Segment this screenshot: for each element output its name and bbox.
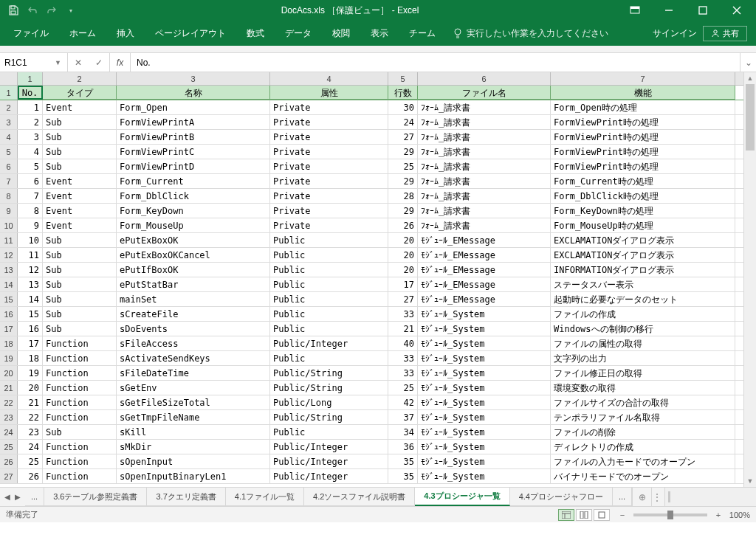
cell[interactable]: sDoEvents [117,322,270,336]
cell[interactable]: Function [43,440,117,454]
row-header[interactable]: 13 [0,263,18,277]
cell[interactable]: ﾌｫｰﾑ_請求書 [418,189,551,203]
cell[interactable]: FormViewPrint時の処理 [551,130,735,144]
cell[interactable]: Function [43,469,117,483]
cell[interactable]: ﾓｼﾞｭｰﾙ_EMessage [418,248,551,262]
cell[interactable]: Private [270,189,388,203]
maximize-button[interactable] [688,2,718,18]
tab-team[interactable]: チーム [399,21,446,46]
cell[interactable]: 9 [18,218,43,232]
cell[interactable]: ePutExBoxOKCancel [117,248,270,262]
new-sheet-button[interactable]: ⊕ [632,488,651,506]
row-header[interactable]: 5 [0,145,18,159]
cell[interactable]: 11 [18,248,43,262]
cell[interactable]: EXCLAMATIONダイアログ表示 [551,233,735,247]
cell[interactable]: ﾓｼﾞｭｰﾙ_System [418,336,551,350]
scroll-thumb[interactable] [746,84,755,151]
redo-button[interactable] [43,2,61,18]
cell[interactable]: 25 [18,454,43,468]
cell[interactable]: 33 [388,351,418,365]
cell[interactable]: ﾓｼﾞｭｰﾙ_System [418,307,551,321]
header-cell[interactable]: 機能 [551,86,735,100]
row-header[interactable]: 16 [0,307,18,321]
cell[interactable]: ﾓｼﾞｭｰﾙ_System [418,366,551,380]
cell[interactable]: Public/String [270,410,388,424]
cell[interactable]: Private [270,100,388,114]
cell[interactable]: 20 [18,381,43,395]
cell[interactable]: sGetFileSizeTotal [117,395,270,409]
enter-formula-icon[interactable]: ✓ [89,58,109,68]
cell[interactable]: 6 [18,174,43,188]
cell[interactable]: ﾌｫｰﾑ_請求書 [418,130,551,144]
cell[interactable]: ﾌｫｰﾑ_請求書 [418,174,551,188]
sheet-tab[interactable]: 3.7クエリ定義書 [147,488,225,506]
cell[interactable]: sOpenInput [117,454,270,468]
cell[interactable]: Public/Integer [270,440,388,454]
tab-insert[interactable]: 挿入 [106,21,145,46]
cell[interactable]: 20 [388,263,418,277]
cell[interactable]: Sub [43,322,117,336]
cell[interactable]: FormViewPrintC [117,145,270,159]
cell[interactable]: 37 [388,410,418,424]
scroll-up-icon[interactable]: ▲ [744,72,756,84]
cell[interactable]: Event [43,189,117,203]
cell[interactable]: ﾓｼﾞｭｰﾙ_System [418,322,551,336]
sheet-tab-overflow-prev[interactable]: ... [25,488,44,506]
sheet-tab[interactable]: 3.6テーブル参照定義書 [44,488,147,506]
cell[interactable]: Form_DblClick時の処理 [551,189,735,203]
row-header[interactable]: 11 [0,233,18,247]
row-header[interactable]: 24 [0,425,18,439]
cell[interactable]: Private [270,204,388,218]
cell[interactable]: 30 [388,100,418,114]
sheet-nav[interactable]: ◀ ▶ [0,488,25,506]
cell[interactable]: 2 [18,115,43,129]
cell[interactable]: Sub [43,292,117,306]
cell[interactable]: Sub [43,115,117,129]
cell[interactable]: Public/String [270,366,388,380]
cell[interactable]: 42 [388,395,418,409]
cell[interactable]: 34 [388,425,418,439]
cell[interactable]: Function [43,454,117,468]
row-header[interactable]: 4 [0,130,18,144]
cell[interactable]: 7 [18,189,43,203]
tabstrip-handle-icon[interactable]: ⋮ [651,488,662,506]
ribbon-display-icon[interactable] [620,2,650,18]
cell[interactable]: Sub [43,277,117,291]
cell[interactable]: Public [270,425,388,439]
cell[interactable]: Public/Integer [270,454,388,468]
minimize-button[interactable] [654,2,684,18]
header-cell[interactable]: タイプ [43,86,117,100]
sheet-tab[interactable]: 4.1ファイル一覧 [226,488,304,506]
cell[interactable]: ﾓｼﾞｭｰﾙ_System [418,351,551,365]
cell[interactable]: Sub [43,233,117,247]
name-box-input[interactable] [4,58,52,68]
formula-input[interactable] [137,58,734,68]
cell[interactable]: 23 [18,425,43,439]
row-header[interactable]: 27 [0,469,18,483]
cell[interactable]: 5 [18,159,43,173]
cell[interactable]: Function [43,395,117,409]
cell[interactable]: Event [43,174,117,188]
cell[interactable]: 21 [388,322,418,336]
cell[interactable]: ファイルの作成 [551,307,735,321]
cell[interactable]: 40 [388,336,418,350]
cell[interactable]: Sub [43,425,117,439]
cell[interactable]: バイナリモードでのオープン [551,469,735,483]
cell[interactable]: Function [43,336,117,350]
header-cell[interactable]: No. [18,86,43,100]
vertical-scrollbar[interactable]: ▲ ▼ [743,72,756,487]
cell[interactable]: FormViewPrintB [117,130,270,144]
tab-review[interactable]: 校閲 [322,21,360,46]
column-header[interactable]: 4 [270,72,388,85]
cell[interactable]: FormViewPrint時の処理 [551,145,735,159]
cell[interactable]: Private [270,218,388,232]
tab-page-layout[interactable]: ページレイアウト [145,21,236,46]
cell[interactable]: 24 [18,440,43,454]
cell[interactable]: sFileDateTime [117,366,270,380]
view-page-layout-button[interactable] [576,509,592,521]
cell[interactable]: 10 [18,233,43,247]
cell[interactable]: Windowsへの制御の移行 [551,322,735,336]
cell[interactable]: Form_KeyDown時の処理 [551,204,735,218]
cell[interactable]: ePutStatBar [117,277,270,291]
tab-view[interactable]: 表示 [360,21,399,46]
